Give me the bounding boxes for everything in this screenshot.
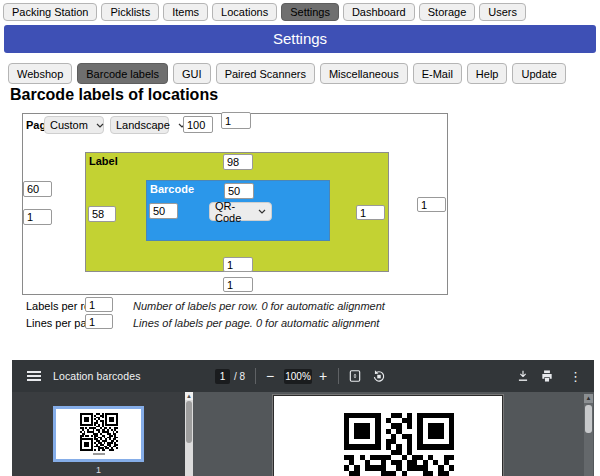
pdf-toolbar: Location barcodes 1 / 8 − 100% + — [12, 360, 594, 392]
label-margin-bottom-input[interactable] — [223, 257, 253, 272]
labels-per-row-input[interactable] — [85, 297, 113, 312]
current-page-input[interactable]: 1 — [215, 369, 230, 384]
subtab-email[interactable]: E-Mail — [413, 63, 462, 84]
section-banner: Settings — [4, 25, 596, 53]
labels-per-row-hint: Number of labels per row. 0 for automati… — [133, 300, 385, 312]
tab-storage[interactable]: Storage — [419, 3, 476, 21]
pdf-thumbnail-page-1[interactable] — [53, 406, 144, 462]
orientation-select[interactable]: Landscape — [110, 116, 169, 134]
hamburger-menu-icon[interactable] — [27, 360, 41, 392]
chevron-down-icon — [258, 209, 266, 214]
barcode-box-title: Barcode — [150, 183, 194, 195]
label-box-title: Label — [89, 155, 118, 167]
page-count-label: / 8 — [234, 360, 245, 392]
pdf-body: 1 ▲ ▲ — [12, 392, 594, 476]
qr-code-thumbnail — [80, 413, 118, 451]
subtab-paired-scanners[interactable]: Paired Scanners — [216, 63, 315, 84]
tab-picklists[interactable]: Picklists — [101, 3, 159, 21]
label-width-input[interactable] — [223, 154, 253, 170]
tab-settings[interactable]: Settings — [281, 3, 339, 21]
subtab-webshop[interactable]: Webshop — [8, 63, 72, 84]
zoom-out-button[interactable]: − — [266, 360, 274, 392]
subtab-gui[interactable]: GUI — [173, 63, 211, 84]
barcode-height-input[interactable] — [149, 203, 178, 219]
subtab-update[interactable]: Update — [512, 63, 565, 84]
barcode-width-input[interactable] — [224, 183, 254, 199]
page-margin-right-input[interactable] — [417, 197, 446, 212]
page-margin-top-input[interactable] — [221, 112, 251, 129]
subtab-miscellaneous[interactable]: Miscellaneous — [320, 63, 408, 84]
pdf-thumbnail-sidebar: 1 — [12, 392, 185, 476]
download-icon[interactable] — [516, 360, 530, 392]
thumbnail-page-number: 1 — [53, 465, 144, 475]
qr-code-large — [344, 413, 454, 476]
zoom-in-button[interactable]: + — [319, 360, 327, 392]
scrollbar-thumb[interactable] — [585, 405, 592, 433]
scroll-up-icon[interactable]: ▲ — [584, 394, 593, 403]
scrollbar-thumb[interactable] — [186, 401, 192, 443]
page-height-input[interactable] — [23, 181, 52, 197]
settings-subtabs: Webshop Barcode labels GUI Paired Scanne… — [8, 63, 566, 84]
label-height-input[interactable] — [88, 206, 116, 222]
subtab-help[interactable]: Help — [467, 63, 508, 84]
toolbar-divider — [338, 368, 339, 384]
lines-per-page-input[interactable] — [85, 314, 113, 329]
lines-per-page-hint: Lines of labels per page. 0 for automati… — [133, 317, 379, 329]
label-margin-right-input[interactable] — [356, 205, 385, 220]
pdf-viewer: Location barcodes 1 / 8 − 100% + — [12, 360, 594, 476]
thumbnail-caption-line — [93, 453, 105, 455]
tab-dashboard[interactable]: Dashboard — [343, 3, 415, 21]
app-screen: Packing Station Picklists Items Location… — [0, 0, 600, 476]
page-width-input[interactable] — [183, 116, 213, 133]
pdf-main-view: ▲ — [193, 392, 594, 476]
zoom-level-input[interactable]: 100% — [284, 369, 312, 384]
kebab-menu-icon[interactable]: ⋮ — [569, 360, 582, 392]
print-icon[interactable] — [540, 360, 554, 392]
page-margin-bottom-input[interactable] — [223, 277, 253, 292]
tab-packing-station[interactable]: Packing Station — [3, 3, 97, 21]
tab-items[interactable]: Items — [163, 3, 208, 21]
scroll-up-icon[interactable]: ▲ — [185, 392, 193, 400]
page-title: Barcode labels of locations — [10, 86, 218, 104]
subtab-barcode-labels[interactable]: Barcode labels — [77, 63, 168, 84]
toolbar-divider — [255, 368, 256, 384]
pdf-document-title: Location barcodes — [53, 360, 141, 392]
pdf-page-1 — [273, 395, 503, 476]
page-margin-left-input[interactable] — [23, 209, 52, 225]
barcode-type-select[interactable]: QR-Code — [209, 202, 272, 221]
main-nav-tabs: Packing Station Picklists Items Location… — [3, 3, 526, 21]
main-scrollbar[interactable]: ▲ — [584, 394, 593, 476]
fit-to-page-icon[interactable] — [348, 360, 362, 392]
page-size-select[interactable]: Custom — [44, 116, 104, 134]
chevron-down-icon — [96, 123, 104, 128]
rotate-icon[interactable] — [372, 360, 386, 392]
sidebar-scrollbar[interactable]: ▲ — [185, 392, 193, 476]
tab-users[interactable]: Users — [479, 3, 526, 21]
tab-locations[interactable]: Locations — [212, 3, 277, 21]
